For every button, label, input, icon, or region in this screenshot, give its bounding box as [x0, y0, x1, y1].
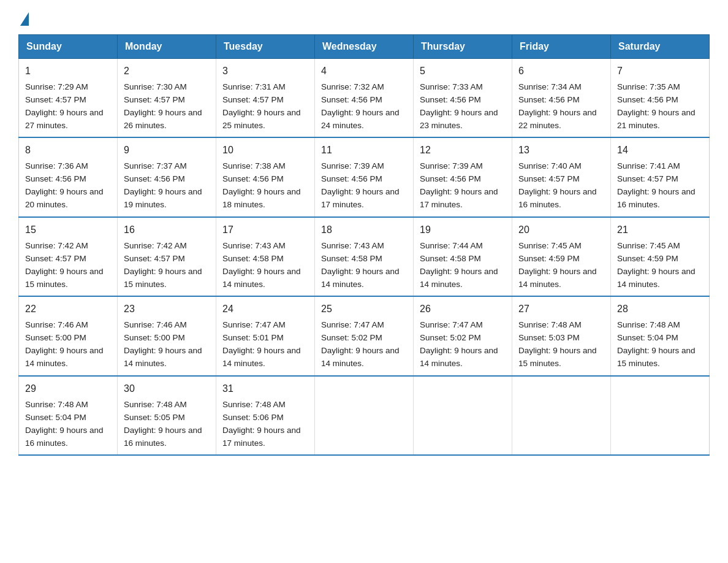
day-number: 26: [420, 302, 506, 317]
day-header-saturday: Saturday: [611, 35, 710, 59]
day-header-friday: Friday: [512, 35, 611, 59]
sunset-text: Sunset: 4:56 PM: [420, 95, 481, 104]
sunrise-text: Sunrise: 7:31 AM: [222, 82, 286, 91]
calendar-cell: 16 Sunrise: 7:42 AM Sunset: 4:57 PM Dayl…: [118, 217, 216, 296]
daylight-text: Daylight: 9 hours and 14 minutes.: [124, 346, 202, 368]
day-number: 2: [124, 64, 210, 79]
sunset-text: Sunset: 5:02 PM: [321, 333, 382, 342]
day-header-wednesday: Wednesday: [315, 35, 414, 59]
calendar-cell: 2 Sunrise: 7:30 AM Sunset: 4:57 PM Dayli…: [118, 59, 216, 138]
daylight-text: Daylight: 9 hours and 21 minutes.: [617, 108, 696, 130]
calendar-cell: 27 Sunrise: 7:48 AM Sunset: 5:03 PM Dayl…: [512, 296, 611, 375]
calendar-cell: 20 Sunrise: 7:45 AM Sunset: 4:59 PM Dayl…: [512, 217, 611, 296]
sunset-text: Sunset: 5:03 PM: [518, 333, 580, 342]
calendar-cell: 21 Sunrise: 7:45 AM Sunset: 4:59 PM Dayl…: [611, 217, 710, 296]
calendar-cell: 18 Sunrise: 7:43 AM Sunset: 4:58 PM Dayl…: [315, 217, 414, 296]
calendar-cell: [315, 376, 414, 455]
calendar-cell: 13 Sunrise: 7:40 AM Sunset: 4:57 PM Dayl…: [512, 137, 611, 216]
sunrise-text: Sunrise: 7:48 AM: [25, 400, 88, 409]
day-number: 25: [321, 302, 407, 317]
sunset-text: Sunset: 4:57 PM: [617, 174, 678, 183]
calendar-cell: 14 Sunrise: 7:41 AM Sunset: 4:57 PM Dayl…: [611, 137, 710, 216]
sunset-text: Sunset: 4:56 PM: [25, 174, 86, 183]
sunset-text: Sunset: 4:57 PM: [124, 95, 185, 104]
sunset-text: Sunset: 4:58 PM: [222, 254, 284, 263]
calendar-cell: 28 Sunrise: 7:48 AM Sunset: 5:04 PM Dayl…: [611, 296, 710, 375]
calendar-week-row: 1 Sunrise: 7:29 AM Sunset: 4:57 PM Dayli…: [19, 59, 710, 138]
sunset-text: Sunset: 5:01 PM: [222, 333, 284, 342]
logo-triangle-icon: [20, 12, 29, 26]
day-number: 21: [617, 223, 703, 238]
sunrise-text: Sunrise: 7:46 AM: [124, 320, 187, 329]
daylight-text: Daylight: 9 hours and 24 minutes.: [321, 108, 400, 130]
daylight-text: Daylight: 9 hours and 14 minutes.: [420, 267, 498, 289]
daylight-text: Daylight: 9 hours and 14 minutes.: [321, 267, 400, 289]
sunset-text: Sunset: 4:59 PM: [617, 254, 678, 263]
daylight-text: Daylight: 9 hours and 27 minutes.: [25, 108, 104, 130]
calendar-cell: 12 Sunrise: 7:39 AM Sunset: 4:56 PM Dayl…: [414, 137, 512, 216]
sunset-text: Sunset: 5:02 PM: [420, 333, 481, 342]
calendar-header: SundayMondayTuesdayWednesdayThursdayFrid…: [19, 35, 710, 59]
sunrise-text: Sunrise: 7:41 AM: [617, 161, 680, 170]
calendar-week-row: 15 Sunrise: 7:42 AM Sunset: 4:57 PM Dayl…: [19, 217, 710, 296]
sunset-text: Sunset: 4:56 PM: [518, 95, 580, 104]
sunrise-text: Sunrise: 7:33 AM: [420, 82, 483, 91]
calendar-cell: 4 Sunrise: 7:32 AM Sunset: 4:56 PM Dayli…: [315, 59, 414, 138]
daylight-text: Daylight: 9 hours and 14 minutes.: [321, 346, 400, 368]
sunrise-text: Sunrise: 7:38 AM: [222, 161, 286, 170]
day-number: 12: [420, 143, 506, 158]
sunrise-text: Sunrise: 7:36 AM: [25, 161, 88, 170]
calendar-cell: 23 Sunrise: 7:46 AM Sunset: 5:00 PM Dayl…: [118, 296, 216, 375]
calendar-cell: 25 Sunrise: 7:47 AM Sunset: 5:02 PM Dayl…: [315, 296, 414, 375]
sunset-text: Sunset: 5:04 PM: [25, 413, 86, 422]
sunset-text: Sunset: 4:59 PM: [518, 254, 580, 263]
day-number: 10: [222, 143, 308, 158]
day-number: 4: [321, 64, 407, 79]
day-number: 13: [518, 143, 604, 158]
daylight-text: Daylight: 9 hours and 14 minutes.: [222, 267, 301, 289]
calendar-cell: 3 Sunrise: 7:31 AM Sunset: 4:57 PM Dayli…: [216, 59, 315, 138]
sunrise-text: Sunrise: 7:42 AM: [124, 241, 187, 250]
sunrise-text: Sunrise: 7:37 AM: [124, 161, 187, 170]
daylight-text: Daylight: 9 hours and 15 minutes.: [518, 346, 597, 368]
sunrise-text: Sunrise: 7:43 AM: [222, 241, 286, 250]
sunset-text: Sunset: 5:00 PM: [25, 333, 86, 342]
sunrise-text: Sunrise: 7:45 AM: [617, 241, 680, 250]
day-number: 27: [518, 302, 604, 317]
day-number: 23: [124, 302, 210, 317]
sunrise-text: Sunrise: 7:43 AM: [321, 241, 384, 250]
daylight-text: Daylight: 9 hours and 16 minutes.: [518, 187, 597, 209]
day-header-row: SundayMondayTuesdayWednesdayThursdayFrid…: [19, 35, 710, 59]
daylight-text: Daylight: 9 hours and 15 minutes.: [617, 346, 696, 368]
page-header: [18, 12, 710, 23]
calendar-cell: 9 Sunrise: 7:37 AM Sunset: 4:56 PM Dayli…: [118, 137, 216, 216]
daylight-text: Daylight: 9 hours and 14 minutes.: [420, 346, 498, 368]
day-header-tuesday: Tuesday: [216, 35, 315, 59]
calendar-cell: 30 Sunrise: 7:48 AM Sunset: 5:05 PM Dayl…: [118, 376, 216, 455]
day-number: 5: [420, 64, 506, 79]
calendar-cell: 22 Sunrise: 7:46 AM Sunset: 5:00 PM Dayl…: [19, 296, 118, 375]
calendar-cell: 26 Sunrise: 7:47 AM Sunset: 5:02 PM Dayl…: [414, 296, 512, 375]
sunrise-text: Sunrise: 7:42 AM: [25, 241, 88, 250]
calendar-cell: 15 Sunrise: 7:42 AM Sunset: 4:57 PM Dayl…: [19, 217, 118, 296]
logo: [18, 12, 30, 23]
daylight-text: Daylight: 9 hours and 15 minutes.: [124, 267, 202, 289]
sunset-text: Sunset: 5:05 PM: [124, 413, 185, 422]
sunrise-text: Sunrise: 7:46 AM: [25, 320, 88, 329]
calendar-body: 1 Sunrise: 7:29 AM Sunset: 4:57 PM Dayli…: [19, 59, 710, 456]
sunset-text: Sunset: 4:56 PM: [124, 174, 185, 183]
day-header-sunday: Sunday: [19, 35, 118, 59]
daylight-text: Daylight: 9 hours and 19 minutes.: [124, 187, 202, 209]
sunset-text: Sunset: 4:58 PM: [321, 254, 382, 263]
sunrise-text: Sunrise: 7:40 AM: [518, 161, 582, 170]
calendar-cell: 11 Sunrise: 7:39 AM Sunset: 4:56 PM Dayl…: [315, 137, 414, 216]
daylight-text: Daylight: 9 hours and 17 minutes.: [321, 187, 400, 209]
day-number: 29: [25, 381, 111, 397]
day-number: 1: [25, 64, 111, 79]
sunrise-text: Sunrise: 7:39 AM: [321, 161, 384, 170]
day-number: 31: [222, 381, 308, 397]
sunrise-text: Sunrise: 7:47 AM: [420, 320, 483, 329]
calendar-cell: 10 Sunrise: 7:38 AM Sunset: 4:56 PM Dayl…: [216, 137, 315, 216]
day-number: 28: [617, 302, 703, 317]
calendar-cell: [414, 376, 512, 455]
